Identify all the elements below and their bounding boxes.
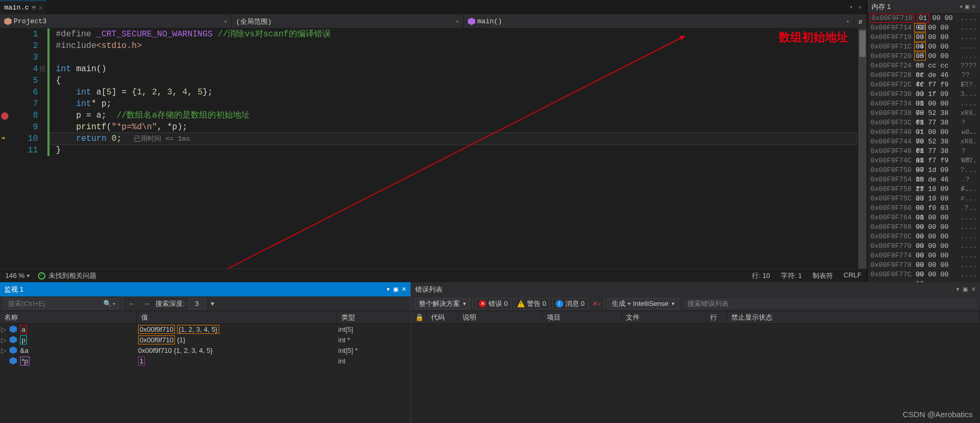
memory-row[interactable]: 0x00F9F76400 00 00 00.... bbox=[867, 213, 980, 223]
errors-filter[interactable]: ✕错误 0 bbox=[475, 298, 512, 310]
memory-row[interactable]: 0x00F9F77400 00 00 00.... bbox=[867, 251, 980, 261]
memory-row[interactable]: 0x00F9F74Ca8 f7 f9 00???. bbox=[867, 156, 980, 166]
breakpoint-icon[interactable] bbox=[1, 112, 8, 120]
memory-row[interactable]: 0x00F9F74001 00 00 00.... bbox=[867, 128, 980, 137]
memory-title-bar: 内存 1 ▾ ▣ ✕ bbox=[867, 0, 980, 14]
dropdown-icon[interactable]: ▾ bbox=[387, 286, 390, 293]
watermark: CSDN @Aerobatics bbox=[903, 410, 973, 419]
close-icon[interactable]: ✕ bbox=[38, 4, 42, 11]
memory-row[interactable]: 0x00F9F76C00 00 00 00.... bbox=[867, 232, 980, 242]
indent-indicator[interactable]: 制表符 bbox=[812, 271, 833, 281]
prev-button[interactable]: ← bbox=[126, 298, 138, 310]
errorlist-header: 🔒 代码 说明 项目 文件 行 禁止显示状态 bbox=[411, 311, 980, 324]
pin-icon[interactable]: ⬒ bbox=[32, 4, 36, 11]
fold-toggle[interactable]: − bbox=[40, 66, 45, 71]
memory-row[interactable]: 0x00F9F7541b de 46 ff.?F. bbox=[867, 175, 980, 185]
function-icon bbox=[468, 18, 475, 25]
annotation-label: 数组初始地址 bbox=[779, 30, 848, 45]
memory-row[interactable]: 0x00F9F72C4c f7 f9 00L??. bbox=[867, 80, 980, 90]
project-icon bbox=[4, 18, 12, 25]
memory-row[interactable]: 0x00F9F73033 1f 09 003... bbox=[867, 90, 980, 99]
pin-icon[interactable]: ▣ bbox=[393, 286, 398, 293]
watch-grid[interactable]: ▷a0x00f9f710 {1, 2, 3, 4, 5}int[5]▷p0x00… bbox=[0, 324, 410, 423]
eol-indicator[interactable]: CRLF bbox=[844, 271, 861, 281]
close-icon[interactable]: ✕ bbox=[972, 4, 976, 9]
memory-row[interactable]: 0x00F9F71803 00 00 00.... bbox=[867, 33, 980, 42]
watch-row[interactable]: *p1int bbox=[0, 355, 410, 366]
change-indicator bbox=[47, 28, 50, 156]
messages-filter[interactable]: i消息 0 bbox=[552, 298, 589, 310]
memory-row[interactable]: 0x00F9F74478 52 38 01xR8. bbox=[867, 137, 980, 147]
memory-row[interactable]: 0x00F9F77800 00 00 00.... bbox=[867, 261, 980, 270]
errorlist-title-bar[interactable]: 错误列表 ▾ ▣ ✕ bbox=[411, 282, 980, 296]
memory-row[interactable]: 0x00F9F71402 00 00 00.... bbox=[867, 23, 980, 33]
errorlist-toolbar: 整个解决方案▾ ✕错误 0 !警告 0 i消息 0 ✕y 生成 + Intell… bbox=[411, 296, 980, 311]
memory-row[interactable]: 0x00F9F71001 00 00 00.... bbox=[867, 14, 980, 23]
tab-label: main.c bbox=[4, 4, 29, 12]
warning-icon: ! bbox=[517, 300, 525, 307]
depth-input[interactable]: 3 bbox=[188, 298, 206, 310]
vertical-scrollbar[interactable] bbox=[858, 28, 867, 268]
tab-main-c[interactable]: main.c ⬒ ✕ bbox=[0, 1, 46, 14]
pin-icon[interactable]: ▣ bbox=[963, 286, 968, 293]
errorlist-search[interactable]: 搜索错误列表 bbox=[684, 298, 977, 310]
scope-dropdown[interactable]: (全局范围) ▾ bbox=[232, 15, 464, 28]
memory-row[interactable]: 0x00F9F77C00 00 00 00.... bbox=[867, 270, 980, 280]
watch-title-bar[interactable]: 监视 1 ▾ ▣ ✕ bbox=[0, 282, 410, 296]
pin-icon[interactable]: ▣ bbox=[965, 4, 969, 9]
error-icon: ✕ bbox=[479, 300, 486, 307]
next-button[interactable]: → bbox=[141, 298, 152, 310]
warnings-filter[interactable]: !警告 0 bbox=[514, 298, 550, 310]
memory-row[interactable]: 0x00F9F75C23 10 09 00#... bbox=[867, 194, 980, 204]
search-icon: 🔍 bbox=[103, 300, 112, 307]
line-indicator[interactable]: 行: 10 bbox=[752, 271, 770, 281]
nav-bar: Project3 ▾ (全局范围) ▾ main() ▾ ⇵ bbox=[0, 15, 867, 28]
add-icon[interactable]: ＋ bbox=[857, 4, 864, 11]
editor-status-bar: 146 %▾ 未找到相关问题 行: 10 字符: 1 制表符 CRLF bbox=[0, 268, 867, 282]
gutter: ➜ 1 2 3 4 5 6 7 8 9 10 11 bbox=[0, 28, 47, 268]
memory-row[interactable]: 0x00F9F76000 f0 03 01.?.. bbox=[867, 204, 980, 213]
memory-row[interactable]: 0x00F9F73Cf8 77 38 01?w8. bbox=[867, 118, 980, 128]
watch-toolbar: 🔍▾ ← → 搜索深度: 3 ▾ bbox=[0, 296, 410, 311]
memory-row[interactable]: 0x00F9F7289f de 46 ff??F. bbox=[867, 71, 980, 80]
zoom-control[interactable]: 146 %▾ bbox=[5, 272, 30, 280]
code-editor[interactable]: ➜ 1 2 3 4 5 6 7 8 9 10 11 bbox=[0, 28, 867, 268]
memory-row[interactable]: 0x00F9F71C04 00 00 00.... bbox=[867, 42, 980, 52]
watch-search[interactable]: 🔍▾ bbox=[3, 298, 119, 310]
info-icon: i bbox=[556, 300, 563, 307]
memory-row[interactable]: 0x00F9F748f8 77 38 01?w8. bbox=[867, 147, 980, 156]
memory-grid[interactable]: 0x00F9F71001 00 00 00....0x00F9F71402 00… bbox=[867, 14, 980, 282]
watch-row[interactable]: ▷p0x00f9f710 {1}int * bbox=[0, 334, 410, 345]
dropdown-icon[interactable]: ▾ bbox=[960, 4, 963, 9]
watch-row[interactable]: ▷&a0x00f9f710 {1, 2, 3, 4, 5}int[5] * bbox=[0, 345, 410, 355]
chevron-down-icon: ▾ bbox=[224, 18, 227, 25]
issues-indicator[interactable]: 未找到相关问题 bbox=[38, 271, 96, 281]
dropdown-icon[interactable]: ▾ bbox=[848, 4, 855, 11]
close-icon[interactable]: ✕ bbox=[401, 286, 406, 293]
scope-dropdown[interactable]: 整个解决方案▾ bbox=[414, 298, 471, 310]
memory-row[interactable]: 0x00F9F73878 52 38 01xR8. bbox=[867, 109, 980, 118]
build-dropdown[interactable]: 生成 + IntelliSense▾ bbox=[607, 298, 679, 310]
search-input[interactable] bbox=[7, 299, 103, 308]
memory-row[interactable]: 0x00F9F73401 00 00 00.... bbox=[867, 99, 980, 109]
chevron-down-icon: ▾ bbox=[456, 18, 459, 25]
project-dropdown[interactable]: Project3 ▾ bbox=[0, 15, 232, 28]
memory-row[interactable]: 0x00F9F724cc cc cc cc???? bbox=[867, 61, 980, 71]
depth-dropdown[interactable]: ▾ bbox=[209, 298, 217, 310]
dropdown-icon[interactable]: ▾ bbox=[956, 286, 959, 293]
watch-row[interactable]: ▷a0x00f9f710 {1, 2, 3, 4, 5}int[5] bbox=[0, 324, 410, 334]
memory-row[interactable]: 0x00F9F72005 00 00 00.... bbox=[867, 52, 980, 61]
memory-row[interactable]: 0x00F9F75087 1d 09 00?... bbox=[867, 166, 980, 175]
memory-row[interactable]: 0x00F9F77000 00 00 00.... bbox=[867, 242, 980, 251]
chevron-down-icon: ▾ bbox=[846, 18, 849, 25]
swap-button[interactable]: ⇵ bbox=[854, 15, 867, 28]
clear-button[interactable]: ✕y bbox=[591, 298, 602, 310]
col-indicator[interactable]: 字符: 1 bbox=[781, 271, 802, 281]
check-icon bbox=[38, 272, 45, 280]
memory-row[interactable]: 0x00F9F75823 10 09 00#... bbox=[867, 185, 980, 194]
function-dropdown[interactable]: main() ▾ bbox=[464, 15, 854, 28]
memory-row[interactable]: 0x00F9F76800 00 00 00.... bbox=[867, 223, 980, 232]
watch-header: 名称 值 类型 bbox=[0, 311, 410, 324]
close-icon[interactable]: ✕ bbox=[971, 286, 976, 293]
editor-tab-bar: main.c ⬒ ✕ ▾ ＋ bbox=[0, 0, 867, 15]
